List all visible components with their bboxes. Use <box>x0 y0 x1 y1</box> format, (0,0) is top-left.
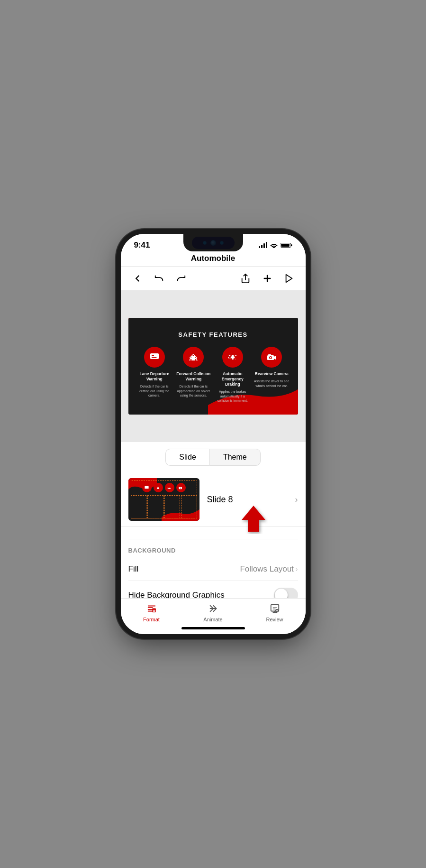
status-time: 9:41 <box>134 240 150 250</box>
notch-camera <box>210 240 216 246</box>
animate-icon <box>208 603 218 616</box>
notch-sensor-2 <box>220 241 224 245</box>
format-tab[interactable]: A Format <box>121 603 182 622</box>
signal-icon <box>259 242 267 248</box>
play-button[interactable] <box>282 271 296 286</box>
wifi-icon <box>270 242 278 248</box>
svg-point-14 <box>195 359 197 360</box>
slide-label: Slide 8 <box>207 495 233 504</box>
forward-collision-icon-circle <box>183 347 204 368</box>
thumb-grid <box>131 495 197 518</box>
toolbar <box>121 267 306 290</box>
fill-chevron-icon: › <box>296 565 298 573</box>
notch <box>183 234 243 251</box>
slide-card-inner: SAFETY FEATURES <box>128 318 298 415</box>
feature-auto-braking: Automatic Emergency Braking Applies the … <box>214 347 252 404</box>
review-icon <box>270 603 280 616</box>
rearview-camera-icon-circle <box>261 347 282 368</box>
tab-bar: Slide Theme <box>121 442 306 472</box>
panel-area: Slide Theme <box>121 442 306 598</box>
rearview-camera-desc: Assists the driver to see what's behind … <box>253 379 290 388</box>
bottom-tab-bar: A Format Animate <box>121 598 306 624</box>
home-bar <box>181 627 245 629</box>
feature-forward-collision: Forward Collision Warning Detects if the… <box>175 347 212 404</box>
animate-tab[interactable]: Animate <box>182 603 244 622</box>
feature-lane-departure: Lane Departure Warning Detects if the ca… <box>136 347 173 404</box>
hide-bg-toggle[interactable] <box>274 588 298 598</box>
fill-label: Fill <box>128 564 139 574</box>
review-label: Review <box>266 617 283 622</box>
features-row: Lane Departure Warning Detects if the ca… <box>136 347 290 404</box>
slide-info: Slide 8 <box>207 495 295 505</box>
auto-braking-name: Automatic Emergency Braking <box>214 371 252 387</box>
auto-braking-desc: Applies the brakes automatically if a co… <box>214 389 252 403</box>
theme-tab[interactable]: Theme <box>209 449 261 466</box>
thumb-cell-3 <box>164 495 181 518</box>
main-content: SAFETY FEATURES <box>121 290 306 598</box>
battery-icon <box>281 242 292 248</box>
svg-rect-20 <box>268 354 271 355</box>
slide-thumbnail-row[interactable]: Slide 8 › <box>121 472 306 527</box>
slide-card-title: SAFETY FEATURES <box>136 331 290 338</box>
home-indicator <box>121 624 306 634</box>
format-icon: A <box>146 603 157 616</box>
feature-rearview-camera: Rearview Camera Assists the driver to se… <box>253 347 290 404</box>
svg-point-15 <box>230 358 232 360</box>
svg-rect-2 <box>281 244 290 247</box>
svg-point-16 <box>233 358 235 360</box>
share-button[interactable] <box>238 271 253 286</box>
status-icons <box>259 242 292 248</box>
slide-thumbnail <box>128 478 199 521</box>
svg-point-13 <box>190 359 192 360</box>
svg-point-19 <box>270 357 272 358</box>
add-button[interactable] <box>260 271 274 286</box>
svg-marker-6 <box>286 275 292 283</box>
toolbar-right <box>238 271 296 286</box>
toolbar-left <box>130 271 188 286</box>
toggle-knob <box>275 589 288 598</box>
forward-collision-icon <box>188 351 199 363</box>
rearview-camera-icon <box>266 351 277 363</box>
phone-frame: 9:41 Automobile <box>121 234 306 634</box>
auto-braking-icon <box>227 351 238 363</box>
app-title-bar: Automobile <box>121 252 306 267</box>
undo-button[interactable] <box>152 271 166 286</box>
thumb-cell-2 <box>147 495 163 518</box>
auto-braking-icon-circle <box>222 347 243 368</box>
animate-label: Animate <box>203 617 222 622</box>
notch-sensor <box>203 241 207 245</box>
slide-tab[interactable]: Slide <box>165 449 209 466</box>
lane-departure-icon <box>149 351 160 363</box>
svg-rect-8 <box>152 355 154 356</box>
svg-rect-7 <box>150 353 159 359</box>
forward-collision-desc: Detects if the car is approaching an obj… <box>175 384 212 398</box>
lane-departure-desc: Detects if the car is drifting out using… <box>136 384 173 398</box>
back-button[interactable] <box>130 271 145 286</box>
thumb-cell-1 <box>131 495 147 518</box>
app-title: Automobile <box>191 254 236 263</box>
background-section-label: BACKGROUND <box>128 539 298 558</box>
thumb-cell-4 <box>181 495 197 518</box>
lane-departure-icon-circle <box>144 347 165 368</box>
review-tab[interactable]: Review <box>244 603 306 622</box>
forward-collision-name: Forward Collision Warning <box>175 371 212 382</box>
slide-card[interactable]: SAFETY FEATURES <box>128 318 298 415</box>
fill-row[interactable]: Fill Follows Layout › <box>128 558 298 581</box>
settings-section-background: BACKGROUND Fill Follows Layout › Hide Ba… <box>121 539 306 598</box>
hide-bg-label: Hide Background Graphics <box>128 591 225 599</box>
format-label: Format <box>143 617 160 622</box>
fill-value-text: Follows Layout <box>240 564 293 574</box>
slide-chevron-icon: › <box>295 495 298 505</box>
redo-button[interactable] <box>174 271 188 286</box>
slide-thumbnail-inner <box>128 478 199 521</box>
fill-value: Follows Layout › <box>240 564 298 574</box>
hide-bg-row: Hide Background Graphics <box>128 581 298 598</box>
svg-rect-1 <box>290 244 292 246</box>
rearview-camera-name: Rearview Camera <box>255 371 289 377</box>
lane-departure-name: Lane Departure Warning <box>136 371 173 382</box>
slide-preview-area[interactable]: SAFETY FEATURES <box>121 290 306 442</box>
